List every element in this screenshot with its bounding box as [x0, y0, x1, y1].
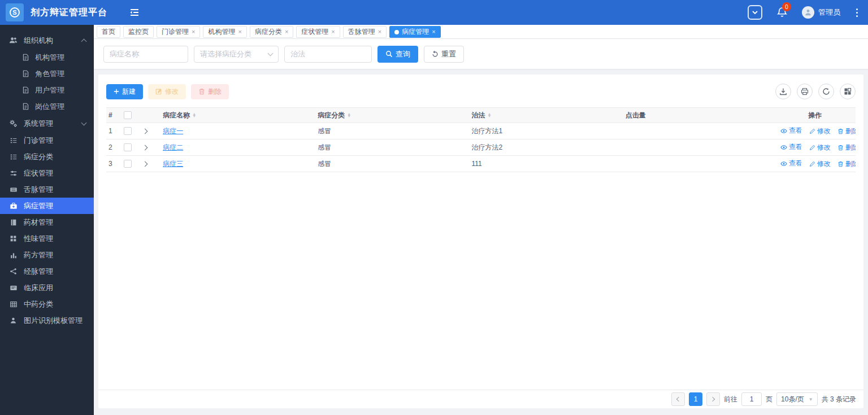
sidebar-item-label: 角色管理 [35, 69, 64, 79]
sort-icons[interactable]: ▲▼ [347, 113, 351, 117]
sidebar-item-symptom-mgmt[interactable]: 症状管理 [0, 165, 94, 181]
close-icon[interactable]: × [238, 29, 241, 35]
tab-disease-category[interactable]: 病症分类× [250, 26, 293, 38]
cell-method: 治疗方法1 [470, 123, 623, 139]
view-link[interactable]: 查看 [780, 159, 802, 168]
tab-monitor[interactable]: 监控页 [123, 26, 154, 38]
chevron-down-icon: ▼ [809, 397, 813, 402]
sidebar-item-herb-mgmt[interactable]: 药材管理 [0, 214, 94, 230]
user-menu[interactable]: 管理员 [802, 6, 840, 19]
print-button[interactable] [797, 84, 813, 99]
disease-category-select[interactable]: 请选择病症分类 [194, 46, 279, 63]
expand-row-icon[interactable] [142, 129, 148, 134]
sidebar-item-clinical-application[interactable]: 临床应用 [0, 279, 94, 296]
col-category[interactable]: 病症分类▲▼ [315, 108, 469, 123]
sidebar-group-label: 组织机构 [24, 36, 53, 46]
sort-icons[interactable]: ▲▼ [192, 113, 196, 117]
reset-button[interactable]: 重置 [424, 46, 464, 63]
menu-fold-icon[interactable] [129, 8, 140, 17]
disease-name-input[interactable] [103, 46, 188, 63]
sidebar-group-organization[interactable]: 组织机构 [0, 32, 94, 49]
sidebar-item-disease-category[interactable]: 病症分类 [0, 148, 94, 165]
goto-page-input[interactable] [741, 392, 762, 406]
tab-institution[interactable]: 机构管理× [203, 26, 246, 38]
sidebar-item-label: 门诊管理 [24, 136, 53, 146]
close-icon[interactable]: × [331, 29, 335, 35]
tab-outpatient[interactable]: 门诊管理× [157, 26, 200, 38]
row-checkbox[interactable] [124, 160, 132, 168]
disease-name-link[interactable]: 病症三 [163, 160, 183, 168]
sidebar-item-post-mgmt[interactable]: 岗位管理 [0, 98, 94, 115]
column-settings-button[interactable] [840, 84, 856, 99]
share-icon [9, 268, 18, 275]
refresh-button[interactable] [818, 84, 834, 99]
expand-row-icon[interactable] [142, 145, 148, 151]
close-icon[interactable]: × [432, 29, 435, 35]
sidebar-item-tcm-category[interactable]: 中药分类 [0, 296, 94, 312]
notification-bell-icon[interactable]: 0 [777, 7, 787, 18]
sidebar-item-institution-mgmt[interactable]: 机构管理 [0, 49, 94, 65]
export-button[interactable] [775, 84, 791, 99]
col-name[interactable]: 病症名称▲▼ [160, 108, 315, 123]
sidebar-item-image-template-mgmt[interactable]: 图片识别模板管理 [0, 312, 94, 329]
printer-icon [801, 88, 809, 95]
tab-tongue-pulse[interactable]: 舌脉管理× [343, 26, 387, 38]
page-number-button[interactable]: 1 [689, 392, 702, 406]
chevron-down-icon [81, 120, 87, 126]
goto-label: 前往 [724, 395, 737, 404]
query-button[interactable]: 查询 [377, 46, 418, 63]
create-button-label: 新建 [122, 87, 136, 97]
edit-link[interactable]: 修改 [809, 126, 831, 136]
sidebar-item-tongue-pulse-mgmt[interactable]: 舌脉管理 [0, 181, 94, 198]
sidebar-group-system[interactable]: 系统管理 [0, 115, 94, 132]
edit-link[interactable]: 修改 [809, 159, 831, 169]
delete-button-label: 删除 [208, 87, 222, 97]
sidebar-item-disease-mgmt[interactable]: 病症管理 [0, 198, 94, 214]
disease-name-link[interactable]: 病症二 [163, 143, 183, 151]
sidebar-item-flavor-mgmt[interactable]: 性味管理 [0, 230, 94, 247]
fullscreen-icon[interactable] [748, 5, 762, 20]
tab-home[interactable]: 首页 [97, 26, 120, 38]
col-method[interactable]: 治法▲▼ [470, 108, 623, 123]
edit-button[interactable]: 修改 [148, 84, 186, 99]
sidebar-item-prescription-mgmt[interactable]: 药方管理 [0, 247, 94, 263]
sidebar-item-outpatient-mgmt[interactable]: 门诊管理 [0, 132, 94, 148]
prev-page-button[interactable] [671, 392, 685, 406]
delete-button[interactable]: 删除 [191, 84, 229, 99]
sidebar-item-label: 中药分类 [24, 299, 53, 309]
view-link[interactable]: 查看 [780, 126, 802, 136]
file-icon [21, 103, 30, 110]
file-icon [21, 70, 30, 77]
sidebar-item-user-mgmt[interactable]: 用户管理 [0, 82, 94, 98]
delete-link[interactable]: 删除 [837, 126, 856, 136]
eye-icon [780, 144, 787, 151]
sort-icons[interactable]: ▲▼ [488, 113, 492, 117]
row-checkbox[interactable] [124, 143, 132, 151]
disease-name-link[interactable]: 病症一 [163, 127, 183, 135]
delete-link[interactable]: 删除 [837, 143, 856, 152]
next-page-button[interactable] [706, 392, 720, 406]
table-row: 3 病症三 感冒 111 查看修改删除 [106, 156, 856, 172]
gears-icon [9, 119, 18, 128]
delete-link[interactable]: 删除 [837, 159, 856, 169]
tab-symptom[interactable]: 症状管理× [296, 26, 340, 38]
close-icon[interactable]: × [378, 29, 381, 35]
more-options-icon[interactable] [855, 7, 859, 18]
create-button[interactable]: 新建 [106, 84, 143, 99]
treatment-method-input[interactable] [284, 46, 372, 63]
sidebar-item-meridian-mgmt[interactable]: 经脉管理 [0, 263, 94, 279]
sidebar-item-role-mgmt[interactable]: 角色管理 [0, 65, 94, 82]
tab-label: 病症分类 [255, 27, 282, 37]
edit-link[interactable]: 修改 [809, 143, 831, 152]
table-icon [9, 300, 18, 308]
page-size-select[interactable]: 10条/页 ▼ [776, 392, 818, 406]
close-icon[interactable]: × [192, 29, 195, 35]
select-all-checkbox[interactable] [124, 111, 132, 119]
close-icon[interactable]: × [285, 29, 288, 35]
view-link[interactable]: 查看 [780, 142, 802, 152]
app-root: S 剂方辩证管理平台 0 管理员 [0, 0, 868, 415]
notification-badge: 0 [782, 2, 791, 11]
tab-disease-mgmt[interactable]: 病症管理× [389, 26, 440, 38]
expand-row-icon[interactable] [142, 161, 148, 167]
row-checkbox[interactable] [124, 127, 132, 135]
